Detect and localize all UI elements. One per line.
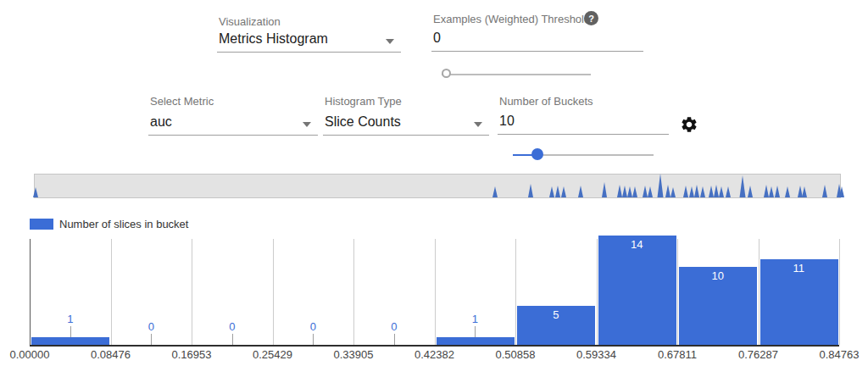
gridline [111, 239, 112, 345]
gridline [353, 239, 354, 345]
bar-value-label: 10 [693, 269, 743, 282]
input-underline [431, 51, 643, 52]
select-underline [148, 135, 318, 136]
input-underline [498, 134, 669, 135]
buckets-value: 10 [499, 114, 515, 129]
metric-label: Select Metric [150, 95, 214, 108]
density-spike [822, 185, 827, 197]
settings-button[interactable] [680, 115, 698, 134]
x-tick-label: 0.67811 [643, 348, 711, 361]
buckets-label: Number of Buckets [499, 95, 593, 108]
threshold-value: 0 [433, 30, 441, 46]
density-spike [528, 184, 533, 197]
x-tick-label: 0.84763 [805, 348, 868, 361]
select-underline [217, 52, 401, 53]
density-spike [627, 186, 632, 197]
select-underline [323, 135, 489, 136]
annotation-leader-line [475, 326, 476, 337]
density-spike [648, 186, 653, 197]
visualization-value: Metrics Histogram [219, 31, 328, 47]
x-tick-label: 0.25429 [239, 348, 307, 361]
legend-swatch [30, 219, 53, 230]
bar-value-label: 0 [369, 320, 420, 333]
annotation-leader-line [313, 334, 314, 345]
x-tick-label: 0.59334 [563, 348, 631, 361]
density-spike [617, 185, 622, 197]
histogram-type-value: Slice Counts [325, 114, 401, 130]
y-axis-line [30, 239, 31, 345]
chevron-down-icon[interactable] [474, 122, 482, 127]
x-axis-labels: 0.000000.084760.169530.254290.339050.423… [30, 348, 839, 363]
bar-value-label: 11 [773, 262, 824, 274]
threshold-label: Examples (Weighted) Threshold [433, 13, 590, 25]
density-spike [665, 185, 670, 197]
histogram-type-label: Histogram Type [325, 95, 402, 108]
metric-select[interactable]: auc [148, 114, 318, 136]
density-spike [764, 185, 769, 197]
density-spike [689, 186, 694, 197]
density-spike [658, 174, 664, 197]
density-spike [602, 182, 607, 197]
slider-thumb[interactable] [442, 69, 451, 78]
x-tick-label: 0.50858 [481, 348, 549, 361]
histogram-bar[interactable] [31, 337, 110, 345]
histogram-bar[interactable] [437, 337, 515, 345]
x-tick-label: 0.76287 [725, 348, 793, 361]
gridline [192, 239, 192, 345]
annotation-leader-line [394, 334, 395, 345]
density-spike [561, 186, 566, 197]
density-spike [632, 186, 637, 197]
gridline [839, 239, 840, 345]
threshold-input[interactable]: 0 [431, 29, 643, 52]
annotation-leader-line [232, 334, 233, 345]
threshold-slider[interactable] [442, 69, 591, 80]
density-spike [33, 187, 38, 197]
bar-value-label: 1 [45, 313, 96, 325]
histogram-bar[interactable] [598, 236, 677, 345]
bar-value-label: 14 [611, 238, 662, 251]
help-icon[interactable]: ? [584, 11, 598, 25]
bar-value-label: 0 [287, 320, 338, 333]
x-axis-line [30, 345, 839, 347]
annotation-leader-line [70, 326, 71, 337]
buckets-slider[interactable] [513, 149, 654, 161]
bar-value-label: 1 [449, 313, 500, 325]
density-spike [769, 186, 774, 197]
visualization-label: Visualization [219, 15, 281, 28]
density-spike [709, 186, 714, 197]
density-spike [700, 186, 705, 197]
density-spike [683, 186, 688, 197]
bar-value-label: 5 [531, 308, 581, 321]
settings-icon [680, 115, 698, 134]
density-spike [578, 186, 583, 197]
chevron-down-icon[interactable] [386, 39, 394, 44]
bar-value-label: 0 [125, 320, 176, 333]
x-tick-label: 0.33905 [320, 348, 387, 361]
density-spike [802, 186, 807, 197]
slice-density-spikes [35, 167, 840, 197]
visualization-select[interactable]: Metrics Histogram [217, 30, 401, 53]
density-spike [670, 187, 676, 197]
chevron-down-icon[interactable] [303, 122, 311, 127]
slider-thumb[interactable] [531, 148, 543, 160]
density-spike [798, 186, 803, 197]
x-tick-label: 0.16953 [158, 348, 225, 361]
x-tick-label: 0.42382 [401, 348, 469, 361]
x-tick-label: 0.08476 [77, 348, 145, 361]
slider-track[interactable] [442, 74, 591, 75]
density-spike [719, 186, 724, 197]
legend-label: Number of slices in bucket [59, 218, 188, 230]
density-spike [555, 186, 560, 197]
annotation-leader-line [151, 334, 152, 345]
density-spike [785, 186, 790, 197]
histogram-type-select[interactable]: Slice Counts [323, 114, 489, 136]
overview-strip[interactable] [34, 174, 841, 198]
histogram-plot: 1000015141011 [30, 239, 839, 345]
metrics-histogram-panel: Visualization Metrics Histogram Examples… [0, 0, 868, 366]
density-spike [748, 186, 753, 197]
density-spike [714, 185, 719, 197]
buckets-input[interactable]: 10 [498, 113, 669, 135]
bar-value-label: 0 [207, 320, 258, 333]
density-spike [643, 186, 648, 197]
density-spike [622, 186, 627, 197]
